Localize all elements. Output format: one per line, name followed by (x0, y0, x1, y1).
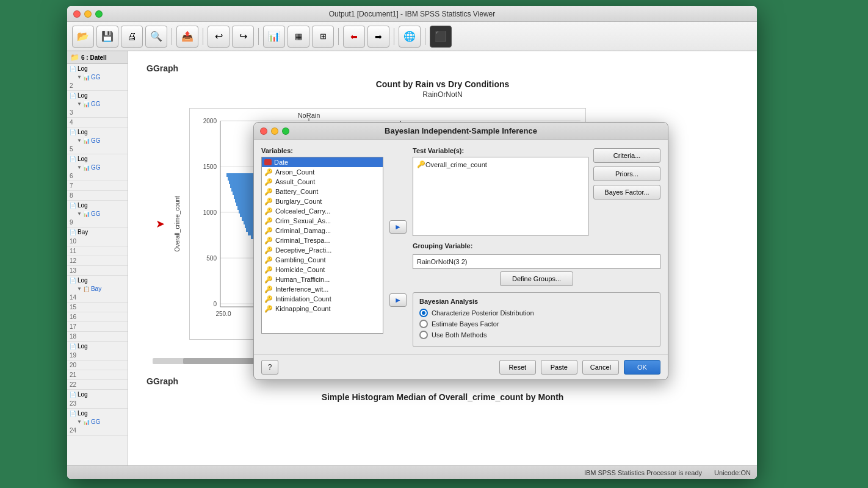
insert-table2-btn[interactable]: ⊞ (312, 26, 334, 48)
var-icon-criminal-damag: 🔑 (264, 227, 273, 234)
bayes-factor-button[interactable]: Bayes Factor... (593, 185, 660, 199)
sidebar-item-gg5[interactable]: ▼📊GG (67, 137, 128, 145)
var-label-human: Human_Trafficin... (275, 276, 330, 283)
reset-button[interactable]: Reset (499, 360, 536, 375)
go-back-btn[interactable]: ⬅ (343, 26, 365, 48)
paste-button[interactable]: Paste (541, 360, 577, 375)
sidebar-item-log5[interactable]: 📄Log (67, 127, 128, 137)
var-item-intimidation[interactable]: 🔑 Intimidation_Count (262, 294, 383, 304)
sidebar-item-log6[interactable]: 📄Log (67, 154, 128, 163)
var-icon-criminal-trespa: 🔑 (264, 237, 273, 244)
dialog-minimize-btn[interactable] (271, 127, 278, 135)
sidebar-item-log23[interactable]: 📄Log (67, 390, 128, 399)
sidebar-item-log24[interactable]: 📄Log (67, 409, 128, 418)
sidebar-item-bay10[interactable]: 📄Bay (67, 228, 128, 237)
var-item-colcealed[interactable]: 🔑 Colcealed_Carry... (262, 206, 383, 216)
insert-chart-btn[interactable]: 📊 (263, 26, 285, 48)
var-icon-human: 🔑 (264, 276, 273, 283)
save-btn[interactable]: 💾 (96, 26, 118, 48)
sidebar-row-11: 11 (67, 246, 128, 256)
var-item-criminal-damag[interactable]: 🔑 Criminal_Damag... (262, 226, 383, 235)
export-btn[interactable]: 📤 (176, 26, 198, 48)
var-item-assult[interactable]: 🔑 Assult_Count (262, 177, 383, 187)
dialog-titlebar: Bayesian Independent-Sample Inference (254, 123, 668, 140)
dialog-maximize-btn[interactable] (282, 127, 289, 135)
sidebar-item-log14[interactable]: 📄Log (67, 276, 128, 285)
maximize-button[interactable] (95, 10, 103, 18)
ok-button[interactable]: OK (624, 360, 660, 375)
var-item-gambling[interactable]: 🔑 Gambling_Count (262, 255, 383, 265)
transfer-to-grouping-btn[interactable]: ► (389, 293, 407, 307)
search-btn[interactable]: 🔍 (145, 26, 167, 48)
var-item-criminal-trespa[interactable]: 🔑 Criminal_Trespa... (262, 235, 383, 245)
var-icon-colcealed: 🔑 (264, 207, 273, 215)
cancel-button[interactable]: Cancel (582, 360, 619, 375)
radio-estimate[interactable]: Estimate Bayes Factor (419, 320, 654, 328)
radio-characterize-circle[interactable] (419, 309, 428, 317)
var-item-burglary[interactable]: 🔑 Burglary_Count (262, 196, 383, 206)
radio-estimate-circle[interactable] (419, 320, 428, 328)
var-icon-deceptive: 🔑 (264, 246, 273, 254)
var-label-intimidation: Intimidation_Count (275, 295, 331, 303)
toggle-btn[interactable]: ⬛ (430, 26, 452, 48)
dialog-body: Variables: Date 🔑 Arson_Count 🔑 Assul (254, 140, 668, 354)
var-item-homicide[interactable]: 🔑 Homicide_Count (262, 265, 383, 274)
var-icon-battery: 🔑 (264, 188, 273, 195)
sidebar-item-log9[interactable]: 📄Log (67, 201, 128, 210)
bayesian-inference-dialog[interactable]: Bayesian Independent-Sample Inference Va… (253, 122, 668, 380)
footer-right: Reset Paste Cancel OK (499, 360, 660, 375)
test-var-value: Overall_crime_count (425, 161, 487, 168)
priors-button[interactable]: Priors... (593, 167, 660, 181)
sidebar-item-log19[interactable]: 📄Log (67, 342, 128, 351)
var-label-gambling: Gambling_Count (275, 256, 326, 264)
var-item-kidnapping[interactable]: 🔑 Kidnapping_Count (262, 304, 383, 314)
sidebar-item-log1[interactable]: 📄Log (67, 64, 128, 73)
variable-list[interactable]: Date 🔑 Arson_Count 🔑 Assult_Count 🔑 (261, 157, 383, 334)
print-btn[interactable]: 🖨 (121, 26, 143, 48)
minimize-button[interactable] (84, 10, 92, 18)
sidebar-row-3: 3 (67, 108, 128, 118)
toolbar-separator-3 (258, 28, 259, 45)
radio-both-circle[interactable] (419, 331, 428, 339)
redo-btn[interactable]: ↪ (232, 26, 254, 48)
dialog-footer: ? Reset Paste Cancel OK (254, 354, 668, 379)
radio-characterize[interactable]: Characterize Posterior Distribution (419, 309, 654, 317)
globe-btn[interactable]: 🌐 (399, 26, 421, 48)
undo-btn[interactable]: ↩ (208, 26, 230, 48)
sidebar-item-bay14[interactable]: ▼📋Bay (67, 285, 128, 293)
criteria-button[interactable]: Criteria... (593, 148, 660, 163)
sidebar-item-gg24[interactable]: ▼📊GG (67, 418, 128, 426)
grouping-input[interactable] (413, 254, 660, 269)
grouping-section: Grouping Variable: Define Groups... (413, 242, 660, 286)
help-button[interactable]: ? (261, 360, 278, 375)
go-forward-btn[interactable]: ➡ (367, 26, 389, 48)
test-var-box[interactable]: 🔑 Overall_crime_count (413, 157, 588, 236)
define-groups-button[interactable]: Define Groups... (500, 271, 573, 286)
insert-table-btn[interactable]: ▦ (288, 26, 309, 48)
sidebar-item-gg1[interactable]: ▼📊GG (67, 73, 128, 81)
sidebar-item-log2[interactable]: 📄Log (67, 91, 128, 100)
var-item-arson[interactable]: 🔑 Arson_Count (262, 167, 383, 177)
right-panels: Test Variable(s): 🔑 Overall_crime_count … (413, 147, 660, 347)
sidebar-label: 6 : Datell (81, 54, 107, 61)
traffic-lights (73, 10, 103, 18)
svg-text:2000: 2000 (203, 118, 217, 124)
var-icon-date (264, 159, 272, 165)
sidebar-item-gg2[interactable]: ▼📊GG (67, 100, 128, 108)
dialog-close-btn[interactable] (260, 127, 267, 135)
var-item-crim-sexual[interactable]: 🔑 Crim_Sexual_As... (262, 216, 383, 226)
var-item-human[interactable]: 🔑 Human_Trafficin... (262, 274, 383, 284)
transfer-to-test-btn[interactable]: ► (389, 220, 407, 234)
var-item-deceptive[interactable]: 🔑 Deceptive_Practi... (262, 245, 383, 255)
radio-both[interactable]: Use Both Methods (419, 331, 654, 339)
var-item-interference[interactable]: 🔑 Interference_wit... (262, 284, 383, 294)
open-folder-btn[interactable]: 📂 (72, 26, 94, 48)
close-button[interactable] (73, 10, 81, 18)
sidebar-item-gg9[interactable]: ▼📊GG (67, 210, 128, 218)
var-label-deceptive: Deceptive_Practi... (275, 246, 331, 254)
sidebar-item-gg6[interactable]: ▼📊GG (67, 163, 128, 171)
window-title: Output1 [Document1] - IBM SPSS Statistic… (329, 10, 496, 18)
var-item-battery[interactable]: 🔑 Battery_Count (262, 187, 383, 196)
test-vars-left: Test Variable(s): 🔑 Overall_crime_count (413, 147, 588, 236)
var-item-date[interactable]: Date (262, 157, 383, 167)
